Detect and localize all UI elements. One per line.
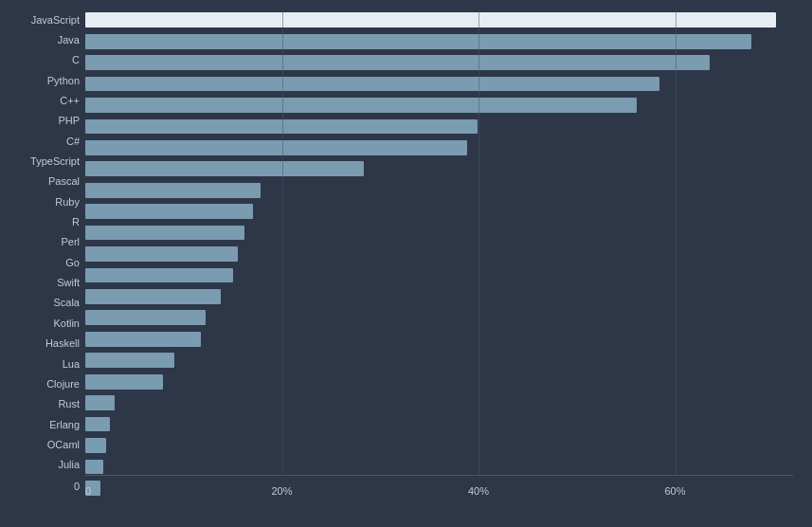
bar-clojure	[85, 395, 115, 410]
y-label-erlang: Erlang	[49, 414, 80, 434]
bar-row-haskell	[85, 350, 793, 371]
bar-erlang	[85, 438, 106, 453]
y-axis-labels: JavaScriptJavaCPythonC++PHPC#TypeScriptP…	[9, 9, 85, 499]
bars-area: 020%40%60%	[85, 9, 793, 499]
bar-typescript	[85, 161, 364, 176]
y-label-typescript: TypeScript	[30, 151, 80, 171]
y-label-go: Go	[65, 252, 80, 272]
y-label-rust: Rust	[58, 394, 80, 414]
bar-ruby	[85, 204, 253, 219]
bar-row-go	[85, 264, 793, 285]
bar-kotlin	[85, 332, 201, 347]
bar-row-clojure	[85, 392, 793, 413]
bar-row-javascript	[85, 9, 793, 30]
x-tick-20%: 20%	[271, 485, 292, 497]
y-label-lua: Lua	[63, 354, 80, 373]
y-label-ocaml: OCaml	[47, 434, 80, 454]
y-axis-spacer: 0	[74, 475, 80, 499]
bar-row-c	[85, 52, 793, 73]
chart-area: JavaScriptJavaCPythonC++PHPC#TypeScriptP…	[9, 9, 793, 499]
x-axis: 020%40%60%	[85, 475, 793, 499]
bar-row-kotlin	[85, 329, 793, 350]
y-label-c--: C++	[60, 90, 80, 110]
bar-python	[85, 77, 659, 92]
bar-row-php	[85, 116, 793, 136]
bar-row-typescript	[85, 158, 793, 179]
bar-row-swift	[85, 286, 793, 307]
bar-row-c--	[85, 95, 793, 116]
bar-row-erlang	[85, 435, 793, 456]
bar-swift	[85, 289, 221, 304]
bar-rust	[85, 417, 110, 432]
chart-container: JavaScriptJavaCPythonC++PHPC#TypeScriptP…	[0, 0, 812, 527]
bar-haskell	[85, 353, 174, 368]
bar-row-pascal	[85, 180, 793, 201]
y-label-pascal: Pascal	[48, 172, 80, 191]
bar-c-	[85, 140, 467, 155]
bar-go	[85, 268, 233, 283]
y-label-c: C	[72, 50, 80, 70]
bar-scala	[85, 310, 206, 325]
y-label-python: Python	[47, 70, 80, 90]
bar-perl	[85, 246, 238, 262]
grid-line-60%	[676, 9, 677, 475]
bar-javascript	[85, 12, 776, 27]
bar-java	[85, 34, 751, 49]
bar-row-perl	[85, 244, 793, 264]
x-tick-60%: 60%	[664, 485, 685, 497]
y-label-javascript: JavaScript	[31, 9, 80, 29]
bar-row-c-	[85, 137, 793, 158]
y-label-kotlin: Kotlin	[53, 313, 80, 333]
y-label-c-: C#	[66, 131, 80, 151]
bar-row-ruby	[85, 201, 793, 222]
grid-line-20%	[282, 9, 283, 475]
y-label-ruby: Ruby	[55, 191, 80, 211]
x-tick-40%: 40%	[468, 485, 489, 497]
bar-pascal	[85, 183, 261, 198]
bar-row-r	[85, 222, 793, 243]
bar-c	[85, 55, 710, 70]
bar-r	[85, 226, 244, 241]
y-label-perl: Perl	[61, 232, 80, 252]
y-label-r: R	[72, 211, 80, 231]
y-label-swift: Swift	[57, 272, 80, 292]
bar-lua	[85, 374, 163, 390]
y-label-php: PHP	[58, 111, 80, 131]
bar-row-python	[85, 73, 793, 94]
bar-row-lua	[85, 371, 793, 391]
bar-row-rust	[85, 413, 793, 434]
y-label-julia: Julia	[58, 455, 80, 475]
bar-ocaml	[85, 460, 103, 475]
y-label-haskell: Haskell	[45, 334, 80, 354]
bar-c--	[85, 98, 637, 113]
y-label-java: Java	[58, 29, 80, 49]
bar-row-java	[85, 30, 793, 51]
x-tick-0: 0	[85, 485, 91, 497]
y-label-clojure: Clojure	[46, 373, 80, 393]
bar-row-scala	[85, 307, 793, 328]
y-label-scala: Scala	[53, 293, 80, 313]
grid-line-40%	[478, 9, 479, 475]
